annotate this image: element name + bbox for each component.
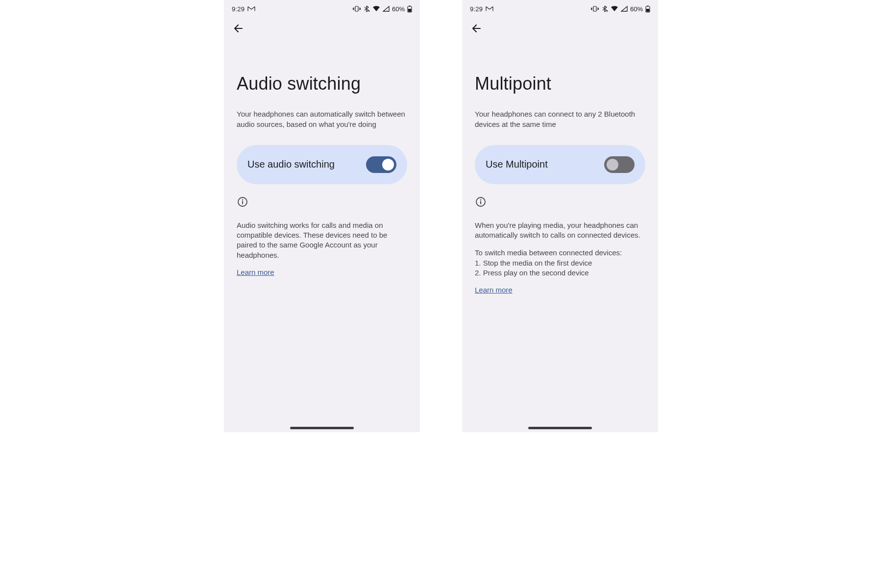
phone-frame-right: 9:29 60% [462,0,658,432]
content-area: Multipoint Your headphones can connect t… [462,41,658,432]
svg-point-9 [607,10,608,11]
toggle-label: Use audio switching [247,159,335,170]
status-bar: 9:29 60% [224,0,420,18]
svg-rect-6 [242,201,243,204]
bluetooth-connected-icon [601,5,608,12]
status-bar: 9:29 60% [462,0,658,18]
toggle-label: Use Multipoint [486,159,548,170]
toggle-switch[interactable] [366,156,396,173]
battery-icon [407,5,412,13]
svg-rect-3 [409,5,411,6]
page-subtitle: Your headphones can connect to any 2 Blu… [475,109,645,129]
svg-point-15 [480,199,481,200]
info-icon [475,196,645,210]
status-clock: 9:29 [470,5,483,13]
back-button[interactable] [229,20,248,39]
gesture-nav-pill[interactable] [528,427,592,429]
cell-signal-icon [621,6,628,12]
switch-knob [382,159,394,171]
primary-toggle-card[interactable]: Use Multipoint [475,145,645,184]
arrow-back-icon [233,23,245,36]
svg-rect-0 [355,6,358,11]
gmail-icon [247,6,255,12]
page-title: Audio switching [237,74,407,94]
battery-icon [645,5,650,13]
gmail-icon [486,6,493,12]
toggle-switch[interactable] [604,156,635,173]
svg-point-7 [242,199,243,200]
svg-point-1 [368,10,369,11]
arrow-back-icon [471,23,483,36]
app-bar [462,18,658,41]
vibrate-icon [353,5,361,12]
back-button[interactable] [467,20,487,39]
page-title: Multipoint [475,74,645,94]
svg-rect-4 [408,9,411,12]
content-area: Audio switching Your headphones can auto… [224,41,420,432]
phone-frame-left: 9:29 60% [224,0,420,432]
page-subtitle: Your headphones can automatically switch… [237,109,407,129]
svg-rect-12 [646,9,649,12]
info-icon [237,196,407,210]
info-text: Audio switching works for calls and medi… [237,220,407,260]
switch-knob [607,159,618,171]
cell-signal-icon [383,6,390,12]
battery-percent: 60% [392,5,405,13]
bluetooth-connected-icon [363,5,370,12]
status-clock: 9:29 [232,5,245,13]
svg-rect-14 [480,201,481,204]
learn-more-link[interactable]: Learn more [237,268,274,276]
app-bar [224,18,420,41]
wifi-icon [611,6,618,12]
vibrate-icon [591,5,599,12]
battery-percent: 60% [630,5,643,13]
primary-toggle-card[interactable]: Use audio switching [237,145,407,184]
stage: 9:29 60% [0,0,882,588]
wifi-icon [372,6,380,12]
learn-more-link[interactable]: Learn more [475,286,513,294]
info-text: When you're playing media, your headphon… [475,220,645,278]
svg-rect-11 [647,5,649,6]
svg-rect-8 [593,6,596,11]
gesture-nav-pill[interactable] [290,427,354,429]
